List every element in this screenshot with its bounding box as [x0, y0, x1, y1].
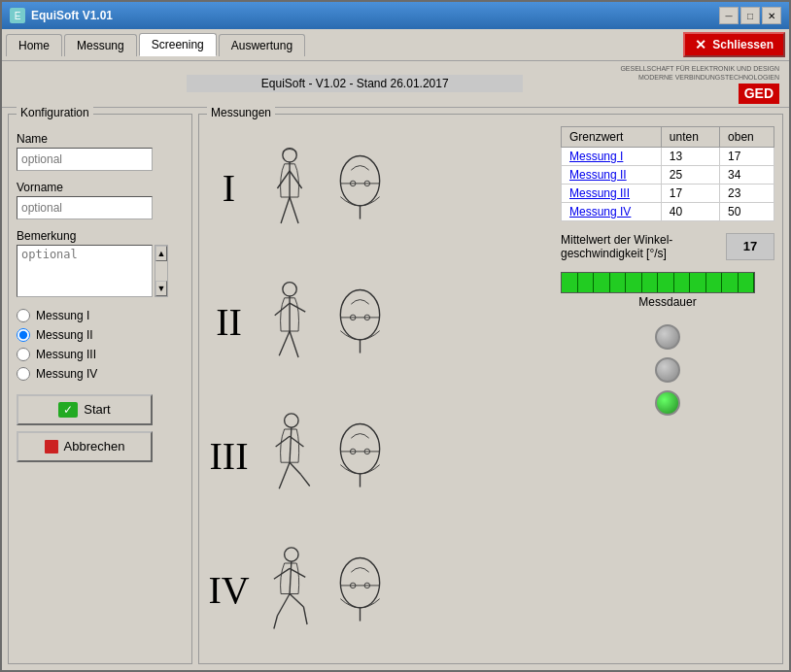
seg2 [578, 273, 595, 292]
start-label: Start [84, 402, 110, 417]
window-close-button[interactable]: ✕ [762, 7, 781, 24]
table-row: Messung I 13 17 [562, 147, 774, 165]
radio-messung3-item[interactable]: Messung III [17, 348, 184, 361]
roman-1: I [207, 165, 251, 211]
progress-bar [561, 272, 755, 293]
svg-line-5 [290, 197, 298, 223]
seg7 [658, 273, 674, 292]
svg-line-15 [279, 331, 290, 355]
svg-point-11 [282, 282, 295, 295]
svg-line-24 [275, 437, 289, 448]
stop-label: Abbrechen [64, 439, 125, 454]
title-bar-controls: ─ □ ✕ [719, 7, 781, 24]
bemerkung-container: ▲ ▼ [17, 245, 184, 297]
radio-messung2-label: Messung II [36, 328, 93, 342]
radio-messung2[interactable] [17, 328, 30, 342]
close-app-button[interactable]: ✕ Schliessen [683, 32, 785, 57]
seg1 [562, 273, 578, 292]
svg-point-22 [284, 414, 297, 427]
seg3 [594, 273, 610, 292]
grenzwert-table: Grenzwert unten oben Messung I 13 17 [561, 126, 774, 221]
messung1-oben: 17 [720, 147, 774, 165]
measurements-layout: I [207, 122, 774, 655]
svg-point-42 [340, 557, 379, 607]
ged-line2: MODERNE VERBINDUNGSTECHNOLOGIEN [620, 73, 779, 82]
head-svg-2 [333, 286, 387, 358]
radio-messung2-item[interactable]: Messung II [17, 328, 184, 342]
body-svg-4 [258, 546, 322, 633]
close-app-label: Schliessen [712, 38, 774, 51]
name-label: Name [17, 132, 184, 146]
messung2-link[interactable]: Messung II [562, 165, 662, 184]
main-window: E EquiSoft V1.01 ─ □ ✕ Home Messung Scre… [0, 0, 791, 672]
seg9 [690, 273, 706, 292]
messung4-unten: 40 [661, 202, 719, 220]
head-figure-1 [328, 122, 392, 254]
tab-messung[interactable]: Messung [64, 34, 137, 56]
minimize-button[interactable]: ─ [719, 7, 739, 24]
svg-line-27 [290, 463, 301, 476]
radio-messung1[interactable] [17, 309, 30, 322]
table-row: Messung II 25 34 [562, 165, 774, 184]
stop-icon [45, 440, 58, 454]
bemerkung-input[interactable] [17, 245, 153, 297]
radio-messung3[interactable] [17, 348, 30, 361]
svg-line-3 [290, 171, 302, 188]
radio-group: Messung I Messung II Messung III Messung… [17, 309, 184, 381]
stop-button[interactable]: Abbrechen [17, 431, 153, 462]
ged-badge: GED [739, 84, 779, 104]
indicator-dots [561, 324, 774, 416]
main-area: Konfiguration Name Vorname Bemerkung ▲ ▼… [2, 108, 789, 670]
figure-row-2: II [207, 256, 551, 388]
mittelwert-value: 17 [726, 233, 774, 260]
maximize-button[interactable]: □ [740, 7, 760, 24]
messung1-unten: 13 [661, 147, 719, 165]
tab-home[interactable]: Home [6, 34, 62, 56]
head-svg-4 [333, 554, 387, 626]
svg-line-35 [290, 561, 292, 593]
seg4 [610, 273, 627, 292]
col-header-oben: oben [720, 126, 774, 147]
head-figure-3 [328, 389, 392, 521]
head-svg-3 [333, 420, 387, 492]
body-figure-1 [256, 122, 324, 254]
vorname-label: Vorname [17, 181, 184, 194]
messungen-panel: Messungen I [198, 114, 783, 664]
menu-bar: Home Messung Screening Auswertung ✕ Schl… [2, 29, 789, 61]
roman-3: III [207, 433, 251, 479]
seg10 [706, 273, 723, 292]
radio-messung1-item[interactable]: Messung I [17, 309, 184, 322]
radio-messung3-label: Messung III [36, 348, 96, 361]
svg-line-2 [277, 171, 290, 188]
svg-point-29 [340, 423, 379, 473]
vorname-input[interactable] [17, 196, 153, 219]
body-figure-2 [256, 256, 324, 388]
name-input[interactable] [17, 148, 153, 171]
svg-line-26 [279, 463, 290, 489]
app-icon: E [10, 8, 25, 23]
scrollbar-up-btn[interactable]: ▲ [155, 246, 167, 261]
scrollbar-down-btn[interactable]: ▼ [155, 281, 167, 296]
progress-segments [562, 273, 754, 292]
ged-logo: GESELLSCHAFT FÜR ELEKTRONIK UND DESIGN M… [620, 64, 779, 104]
svg-line-25 [290, 437, 303, 448]
svg-point-34 [284, 548, 297, 561]
messung3-link[interactable]: Messung III [562, 184, 662, 202]
progress-bar-container: Messdauer [561, 272, 774, 309]
head-figure-2 [328, 256, 392, 388]
table-row: Messung III 17 23 [562, 184, 774, 202]
bemerkung-label: Bemerkung [17, 229, 184, 243]
button-group: ✓ Start Abbrechen [17, 394, 184, 462]
messung1-link[interactable]: Messung I [562, 147, 662, 165]
radio-messung4-item[interactable]: Messung IV [17, 367, 184, 381]
ged-line1: GESELLSCHAFT FÜR ELEKTRONIK UND DESIGN [620, 64, 779, 73]
tab-screening[interactable]: Screening [139, 33, 217, 56]
radio-messung4[interactable] [17, 367, 30, 381]
tab-auswertung[interactable]: Auswertung [219, 34, 305, 56]
head-svg-1 [333, 151, 387, 224]
svg-line-38 [277, 594, 290, 617]
start-button[interactable]: ✓ Start [17, 394, 153, 425]
messung4-link[interactable]: Messung IV [562, 202, 662, 220]
seg5 [626, 273, 642, 292]
messung2-unten: 25 [661, 165, 719, 184]
